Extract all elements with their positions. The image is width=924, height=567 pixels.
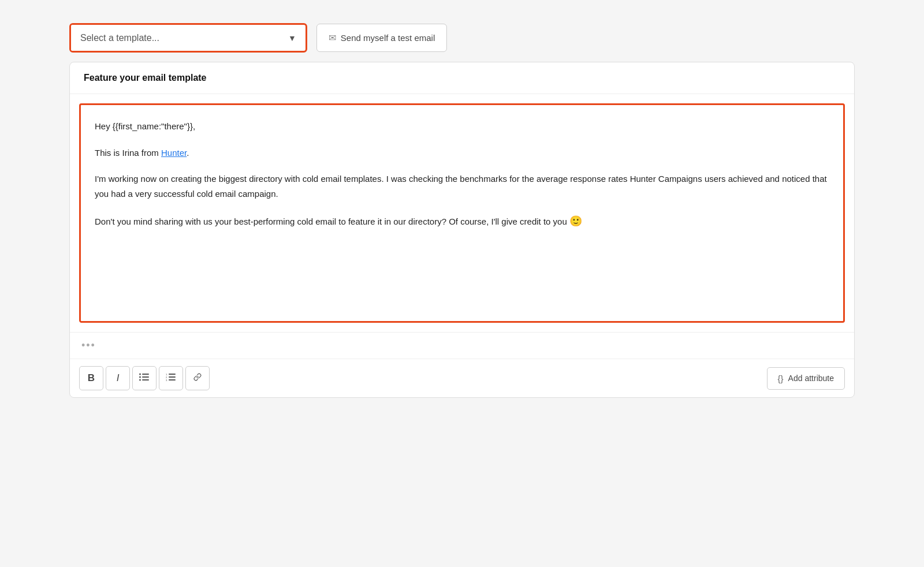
svg-rect-11 xyxy=(169,379,176,381)
curly-braces-icon: {} xyxy=(778,374,784,383)
svg-rect-3 xyxy=(142,376,149,378)
unordered-list-icon xyxy=(139,373,150,383)
add-attribute-button[interactable]: {} Add attribute xyxy=(767,367,845,390)
editor-line-2: This is Irina from Hunter. xyxy=(95,146,829,161)
svg-point-0 xyxy=(139,374,141,375)
dots-row: ••• xyxy=(70,332,854,359)
link-button[interactable] xyxy=(185,366,210,390)
hunter-link[interactable]: Hunter xyxy=(161,148,187,158)
card-title: Feature your email template xyxy=(84,73,207,83)
svg-rect-9 xyxy=(169,376,176,378)
editor-line-1: Hey {{first_name:"there"}}, xyxy=(95,119,829,134)
svg-text:3.: 3. xyxy=(166,379,167,382)
svg-point-4 xyxy=(139,379,141,381)
unordered-list-button[interactable] xyxy=(132,366,157,390)
bold-button[interactable]: B xyxy=(79,366,103,390)
test-email-label: Send myself a test email xyxy=(341,33,435,43)
dots-indicator: ••• xyxy=(81,340,96,351)
editor-line2-suffix: . xyxy=(187,148,189,158)
ordered-list-icon: 1. 2. 3. xyxy=(166,373,176,383)
link-icon xyxy=(192,373,203,383)
top-bar: Select a template... ▼ ✉ Send myself a t… xyxy=(69,23,855,53)
editor-line-4: Don't you mind sharing with us your best… xyxy=(95,212,829,230)
email-editor[interactable]: Hey {{first_name:"there"}}, This is Irin… xyxy=(79,103,845,323)
chevron-down-icon: ▼ xyxy=(279,25,305,51)
smiley-emoji: 🙂 xyxy=(569,215,582,227)
editor-content: Hey {{first_name:"there"}}, This is Irin… xyxy=(95,119,829,230)
email-template-card: Feature your email template Hey {{first_… xyxy=(69,62,855,398)
ordered-list-button[interactable]: 1. 2. 3. xyxy=(159,366,183,390)
page-container: Select a template... ▼ ✉ Send myself a t… xyxy=(69,23,855,398)
svg-rect-7 xyxy=(169,374,176,375)
add-attribute-label: Add attribute xyxy=(788,374,834,383)
editor-line-3: I'm working now on creating the biggest … xyxy=(95,171,829,201)
italic-button[interactable]: I xyxy=(106,366,130,390)
svg-rect-1 xyxy=(142,374,149,375)
toolbar-left: B I xyxy=(79,366,210,390)
svg-point-2 xyxy=(139,376,141,378)
editor-line4-prefix: Don't you mind sharing with us your best… xyxy=(95,217,569,226)
template-select-wrapper[interactable]: Select a template... ▼ xyxy=(69,23,307,53)
italic-label: I xyxy=(117,372,120,384)
email-icon: ✉ xyxy=(329,32,336,43)
editor-toolbar: B I xyxy=(70,359,854,397)
bold-label: B xyxy=(88,372,95,384)
template-select[interactable]: Select a template... xyxy=(71,25,279,51)
test-email-button[interactable]: ✉ Send myself a test email xyxy=(316,24,447,52)
card-header: Feature your email template xyxy=(70,62,854,94)
svg-rect-5 xyxy=(142,379,149,381)
editor-line2-prefix: This is Irina from xyxy=(95,148,161,158)
